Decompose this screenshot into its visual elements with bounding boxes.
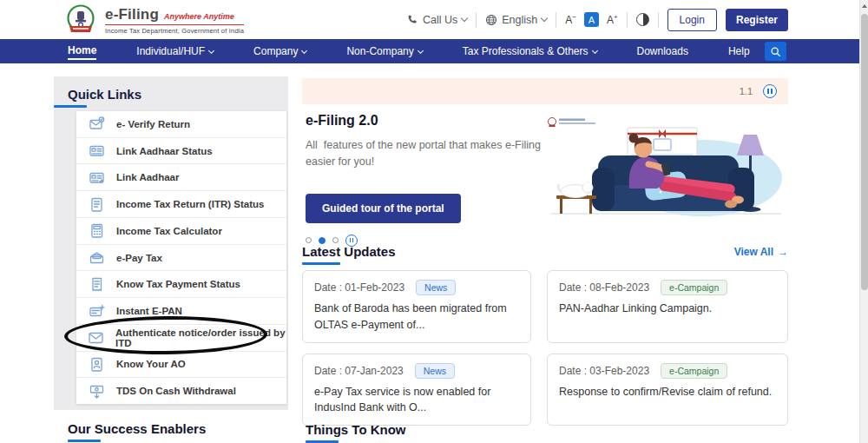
quick-links-title: Quick Links [68,87,288,102]
nav-item-non-company[interactable]: Non-Company [346,39,442,63]
site-logo[interactable]: e-Filing Anywhere Anytime Income Tax Dep… [64,3,244,36]
document-icon [88,196,105,213]
arrow-right-icon: → [778,246,788,258]
brand-subtitle: Income Tax Department, Government of Ind… [105,27,244,35]
nav-item-downloads[interactable]: Downloads [637,39,708,63]
cash-withdrawal-icon [88,383,105,400]
card-plus-icon [88,303,105,320]
update-badge-campaign: e-Campaign [661,363,727,379]
top-header: e-Filing Anywhere Anytime Income Tax Dep… [0,0,868,39]
guided-tour-button[interactable]: Guided tour of the portal [306,194,461,223]
quick-link-label: Know Your AO [116,359,186,369]
nav-item-individual-huf[interactable]: Individual/HUF [136,39,233,63]
quick-link-tds-on-cash-withdrawal[interactable]: TDS On Cash Withdrawal [76,378,286,404]
update-badge-news: News [416,280,456,295]
carousel-dot-1[interactable] [306,237,312,243]
chevron-down-icon [208,47,214,53]
nav-item-label: Help [728,43,750,59]
quick-link-label: Authenticate notice/order issued by ITD [115,327,286,348]
scrollbar-thumb[interactable] [861,14,868,290]
divider [476,12,477,28]
nav-item-label: Non-Company [346,43,413,59]
call-us-label: Call Us [423,14,457,26]
quick-link-income-tax-calculator[interactable]: Income Tax Calculator [76,218,286,245]
font-decrease-button[interactable]: A− [565,13,576,26]
hero-illustration [544,116,788,220]
carousel-dot-2-active[interactable] [319,237,326,244]
phone-icon [407,14,418,25]
brand-name: e-Filing [105,6,159,23]
update-badge-campaign: e-Campaign [661,280,727,295]
nav-item-label: Tax Professionals & Others [463,43,589,59]
divider [627,12,628,28]
quick-links-list: e- Verify ReturnLink Aadhaar StatusLink … [76,111,286,404]
quick-link-know-tax-payment-status[interactable]: Know Tax Payment Status [76,271,286,298]
update-date: Date : 07-Jan-2023 [314,365,404,377]
update-card[interactable]: Date : 07-Jan-2023Newse-Pay Tax service … [302,354,531,426]
quick-link-label: e- Verify Return [116,119,190,129]
update-date: Date : 01-Feb-2023 [314,281,404,294]
quick-link-authenticate-notice-order-issued-by-itd[interactable]: Authenticate notice/order issued by ITD [76,325,286,352]
font-normal-button[interactable]: A [584,12,599,27]
quick-link-income-tax-return-itr-status[interactable]: Income Tax Return (ITR) Status [76,191,286,218]
update-card[interactable]: Date : 08-Feb-2023e-CampaignPAN-Aadhar L… [547,270,788,343]
quick-link-link-aadhaar-status[interactable]: Link Aadhaar Status [76,138,286,165]
chevron-down-icon [418,47,424,53]
update-text: Response to confirm/Revise claim of refu… [559,384,776,400]
language-label: English [502,14,537,26]
nav-item-help[interactable]: Help [728,39,770,63]
nav-item-company[interactable]: Company [253,39,326,63]
update-card[interactable]: Date : 03-Feb-2023e-CampaignResponse to … [547,354,788,426]
ticker-pause-button[interactable] [763,84,777,98]
quick-link-instant-e-pan[interactable]: Instant E-PAN [76,298,286,325]
efiling-portal-page: e-Filing Anywhere Anytime Income Tax Dep… [0,0,868,443]
scrollbar-up-button[interactable] [860,0,868,12]
update-date: Date : 08-Feb-2023 [559,281,649,294]
contrast-toggle-icon[interactable] [636,13,649,26]
globe-icon [485,14,497,26]
register-button[interactable]: Register [726,9,788,31]
language-menu[interactable]: English [485,14,547,26]
calculator-icon [88,222,105,239]
nav-item-home[interactable]: Home [68,39,116,63]
quick-link-label: e-Pay Tax [116,253,162,263]
call-us-menu[interactable]: Call Us [407,14,467,26]
quick-link-label: Income Tax Calculator [116,226,222,236]
chevron-down-icon [461,15,468,22]
quick-link-e-pay-tax[interactable]: e-Pay Tax [76,245,286,272]
quick-links-panel: Quick Links e- Verify ReturnLink Aadhaar… [54,76,288,410]
carousel-dot-3[interactable] [332,237,339,243]
page-scrollbar[interactable] [859,0,868,443]
quick-link-know-your-ao[interactable]: Know Your AO [76,352,286,379]
font-increase-button[interactable]: A+ [607,13,618,26]
quick-link-link-aadhaar[interactable]: Link Aadhaar [76,164,286,191]
id-card-link-icon [88,169,105,186]
nav-item-label: Company [253,43,298,59]
quick-link-label: Link Aadhaar Status [116,146,213,156]
update-text: PAN-Aadhar Linking Campaign. [559,301,776,317]
update-badge-news: News [415,363,455,379]
search-icon [770,46,781,57]
quick-link-e-verify-return[interactable]: e- Verify Return [76,111,286,138]
search-button[interactable] [765,42,786,61]
update-text: Bank of Baroda has been migrated from OL… [314,301,519,334]
news-ticker-banner: 1.1 [302,78,788,104]
quick-link-label: Know Tax Payment Status [116,279,240,289]
pay-envelope-icon [88,249,105,266]
divider [658,12,659,28]
login-button[interactable]: Login [667,9,717,31]
title-underline [54,105,87,108]
chevron-down-icon [541,15,548,22]
quick-link-label: Link Aadhaar [116,172,179,182]
font-size-controls: A− A A+ [565,12,617,27]
main-navbar: HomeIndividual/HUFCompanyNon-CompanyTax … [0,39,868,63]
success-enablers-heading: Our Success Enablers [68,421,206,442]
update-card[interactable]: Date : 01-Feb-2023NewsBank of Baroda has… [302,270,531,343]
hero-title: e-Filing 2.0 [306,113,557,129]
divider [556,12,556,28]
nav-item-tax-professionals-others[interactable]: Tax Professionals & Others [463,39,617,63]
things-to-know-heading: Things To Know [306,422,406,443]
woman-on-couch-illustration [544,116,788,220]
update-text: e-Pay Tax service is now enabled for Ind… [314,384,519,417]
view-all-link[interactable]: View All → [734,246,788,258]
